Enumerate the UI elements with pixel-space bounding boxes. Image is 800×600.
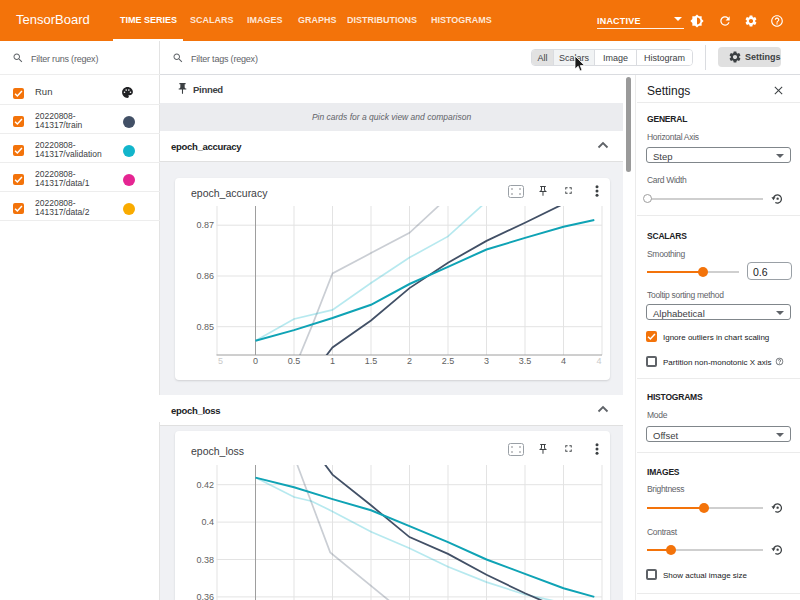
svg-text:0.42: 0.42 xyxy=(196,480,214,490)
svg-text:4: 4 xyxy=(596,356,601,366)
svg-text:0.4: 0.4 xyxy=(201,517,214,527)
svg-text:1.5: 1.5 xyxy=(365,356,378,366)
svg-text:0.5: 0.5 xyxy=(288,356,301,366)
svg-text:1: 1 xyxy=(330,356,335,366)
svg-text:2: 2 xyxy=(407,356,412,366)
svg-text:3.5: 3.5 xyxy=(519,356,532,366)
svg-text:0.38: 0.38 xyxy=(196,555,214,565)
svg-text:0.36: 0.36 xyxy=(196,592,214,600)
svg-text:3: 3 xyxy=(484,356,489,366)
svg-text:5: 5 xyxy=(218,356,223,366)
svg-text:0.86: 0.86 xyxy=(196,271,214,281)
svg-text:0.85: 0.85 xyxy=(196,322,214,332)
svg-text:4: 4 xyxy=(561,356,566,366)
svg-text:0: 0 xyxy=(253,356,258,366)
svg-text:2.5: 2.5 xyxy=(442,356,455,366)
svg-text:0.87: 0.87 xyxy=(196,220,214,230)
